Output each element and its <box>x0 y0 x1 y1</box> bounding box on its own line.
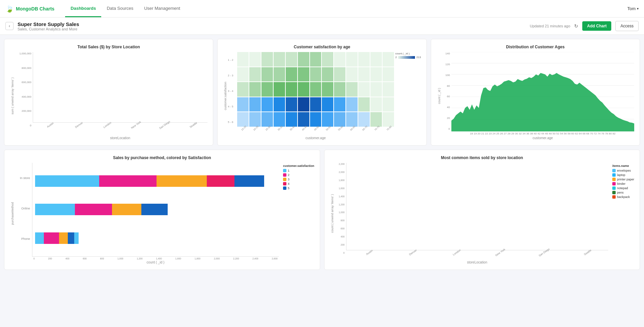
heatmap-ylabel: 3 - 4 <box>228 90 236 93</box>
heatmap-cell <box>310 67 321 82</box>
chart5-x-labels: Austin Denver London New York San Diego … <box>346 250 608 260</box>
chart5-title: Most common items sold by store location <box>330 155 635 160</box>
legend-label-3: 3 <box>288 178 289 181</box>
heatmap-cell <box>383 82 394 97</box>
seg-phone-5 <box>74 232 79 244</box>
legend-label-2: 2 <box>288 173 289 177</box>
heatmap-cell <box>249 82 261 97</box>
heatmap-cell <box>346 97 358 112</box>
heatmap-cell <box>261 52 273 67</box>
chart5-legend-title: items.name <box>612 164 634 168</box>
legend-label-4: 4 <box>288 182 289 185</box>
heatmap-cell <box>249 67 261 82</box>
ytick: 0 <box>442 127 450 130</box>
bar-online <box>35 202 276 217</box>
ytick: 20 <box>442 117 450 120</box>
chart4-title: Sales by purchase method, colored by Sat… <box>10 155 314 160</box>
heatmap-cell <box>274 52 285 67</box>
heatmap-cell <box>370 82 382 97</box>
chart4-x-ticks: 02004006008001,0001,2001,4001,6001,8002,… <box>32 257 279 260</box>
heatmap-cell <box>249 52 261 67</box>
ytick: 80 <box>442 84 450 87</box>
heatmap-cell <box>298 97 309 112</box>
chart3-x-label: customer.age <box>451 135 634 140</box>
heatmap-cell <box>237 82 249 97</box>
chart5-legend: items.name envelopes laptop printer pape… <box>608 163 634 264</box>
heatmap-cell <box>274 97 285 112</box>
chart-total-sales: Total Sales ($) by Store Location sum ( … <box>4 39 213 146</box>
heatmap-cell <box>334 67 345 82</box>
heatmap-cell <box>383 97 394 112</box>
seg-online-1 <box>35 204 75 215</box>
heatmap-cell <box>286 52 297 67</box>
legend-label-laptop: laptop <box>617 173 625 177</box>
user-menu[interactable]: Tom ▾ <box>627 6 639 11</box>
heatmap-cell <box>322 67 333 82</box>
logo-text: MongoDB Charts <box>16 6 54 11</box>
heatmap-cell <box>383 67 394 82</box>
dropdown-arrow-icon: ▾ <box>637 7 639 10</box>
heatmap-cell <box>261 67 273 82</box>
refresh-button[interactable]: ↻ <box>574 23 578 29</box>
legend-label: count ( _id ) <box>395 52 421 55</box>
heatmap-cell <box>322 52 333 67</box>
nav-datasources[interactable]: Data Sources <box>101 0 139 17</box>
legend-color-paper <box>612 178 616 181</box>
heatmap-cell <box>322 82 333 97</box>
legend-label-env: envelopes <box>617 169 631 172</box>
seg-instore-5 <box>234 175 264 187</box>
nav-dashboards[interactable]: Dashboards <box>65 0 101 17</box>
legend-label-5: 5 <box>288 186 289 190</box>
heatmap-cell <box>358 52 370 67</box>
ytick: 1,000 <box>335 211 345 213</box>
heatmap-ylabel: 1 - 2 <box>228 58 236 61</box>
legend-color-2 <box>283 173 286 177</box>
heatmap-cell <box>370 67 382 82</box>
ytick: 600 <box>335 227 345 230</box>
dashboard-info: Super Store Supply Sales Sales, Customer… <box>18 21 79 31</box>
chart2-x-label: customer.age <box>237 136 394 140</box>
chart3-x-axis-labels: 18 19 20 21 22 23 24 25 26 27 28 29 30 3… <box>451 131 634 135</box>
chart5-y-label: count ( unwind array 'items' ) <box>331 194 334 233</box>
heatmap-cell <box>383 52 394 67</box>
chart2-y-label: customer.satisfaction <box>224 82 227 110</box>
ytick: 1,200 <box>335 203 345 206</box>
ytick: 1,800 <box>335 179 345 181</box>
seg-instore-4 <box>207 175 234 187</box>
heatmap-cell <box>237 97 249 112</box>
heatmap-cell <box>261 97 273 112</box>
chart-distribution: Distribution of Customer Ages count ( _i… <box>431 39 640 146</box>
legend-color-backpack <box>612 195 616 199</box>
chart4-x-label: count ( _id ) <box>32 260 279 264</box>
heatmap-cell <box>286 97 297 112</box>
legend-label-paper: printer paper <box>617 178 634 181</box>
heatmap-cell <box>249 97 261 112</box>
heatmap-cell <box>322 97 333 112</box>
ytick: 2,000 <box>335 171 345 173</box>
nav-right: Tom ▾ <box>627 6 639 11</box>
chart1-x-label: storeLocation <box>33 135 207 140</box>
logo-icon: 🍃 <box>5 5 14 13</box>
nav-usermanagement[interactable]: User Management <box>139 0 186 17</box>
heatmap-cell <box>237 52 249 67</box>
add-chart-button[interactable]: Add Chart <box>582 21 611 31</box>
legend-label-1: 1 <box>288 169 289 172</box>
legend-label-binder: binder <box>617 182 625 185</box>
seg-instore-3 <box>157 175 207 187</box>
ytick: 100 <box>442 74 450 77</box>
legend-color-3 <box>283 178 286 181</box>
ytick: 120 <box>442 63 450 66</box>
heatmap-cell <box>274 82 285 97</box>
back-button[interactable]: ‹ <box>5 22 13 30</box>
legend-label-notepad: notepad <box>617 186 628 190</box>
ytick: 40 <box>442 106 450 109</box>
navbar: 🍃 MongoDB Charts Dashboards Data Sources… <box>0 0 644 18</box>
access-button[interactable]: Access <box>615 21 639 31</box>
seg-instore-2 <box>99 175 157 187</box>
nav-links: Dashboards Data Sources User Management <box>65 0 186 17</box>
chart2-title: Customer satisfaction by age <box>223 45 421 49</box>
ytick: 0 <box>335 252 345 254</box>
seg-online-2 <box>75 204 112 215</box>
heatmap-cell <box>346 67 358 82</box>
chart5-x-label: storeLocation <box>346 260 608 264</box>
